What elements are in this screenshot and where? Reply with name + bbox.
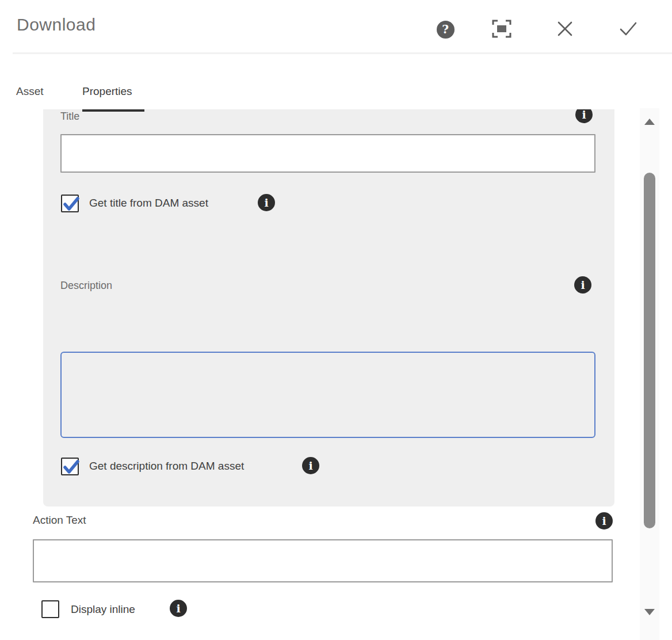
description-info-icon[interactable]: i bbox=[574, 276, 591, 294]
confirm-button[interactable] bbox=[618, 19, 639, 40]
close-icon bbox=[556, 20, 574, 39]
get-description-info-icon[interactable]: i bbox=[302, 457, 319, 474]
get-description-from-dam-label: Get description from DAM asset bbox=[89, 460, 244, 473]
fullscreen-button[interactable] bbox=[491, 19, 512, 40]
help-icon: ? bbox=[437, 21, 455, 39]
help-button[interactable]: ? bbox=[435, 19, 456, 40]
get-title-from-dam-label: Get title from DAM asset bbox=[89, 197, 208, 209]
check-mark-icon bbox=[63, 459, 82, 476]
tab-properties[interactable]: Properties bbox=[82, 85, 132, 98]
dialog-content: Title i Get title from DAM asset i Descr… bbox=[0, 109, 633, 640]
action-text-input[interactable] bbox=[33, 539, 613, 582]
action-text-info-icon[interactable]: i bbox=[595, 512, 613, 529]
display-inline-info-icon[interactable]: i bbox=[170, 600, 187, 617]
tab-asset[interactable]: Asset bbox=[16, 85, 44, 98]
display-inline-label: Display inline bbox=[71, 603, 135, 616]
scrollbar-down-arrow-icon[interactable] bbox=[644, 609, 655, 615]
scrollbar-thumb[interactable] bbox=[644, 173, 655, 528]
get-title-from-dam-checkbox[interactable] bbox=[61, 195, 79, 212]
action-text-label: Action Text bbox=[33, 514, 86, 527]
fullscreen-icon bbox=[492, 20, 511, 40]
check-icon bbox=[619, 20, 637, 39]
title-input[interactable] bbox=[60, 134, 595, 173]
scrollbar-up-arrow-icon[interactable] bbox=[644, 119, 655, 125]
description-field-label: Description bbox=[60, 280, 112, 292]
title-field-label: Title bbox=[60, 111, 79, 123]
display-inline-checkbox[interactable] bbox=[41, 600, 59, 618]
get-description-from-dam-checkbox[interactable] bbox=[61, 458, 79, 475]
header-divider bbox=[13, 52, 672, 54]
dialog-title: Download bbox=[17, 15, 96, 35]
close-button[interactable] bbox=[555, 19, 575, 40]
get-title-info-icon[interactable]: i bbox=[258, 194, 275, 211]
check-mark-icon bbox=[63, 196, 82, 213]
description-richtext-input[interactable] bbox=[60, 352, 595, 438]
active-tab-underline bbox=[82, 109, 144, 112]
